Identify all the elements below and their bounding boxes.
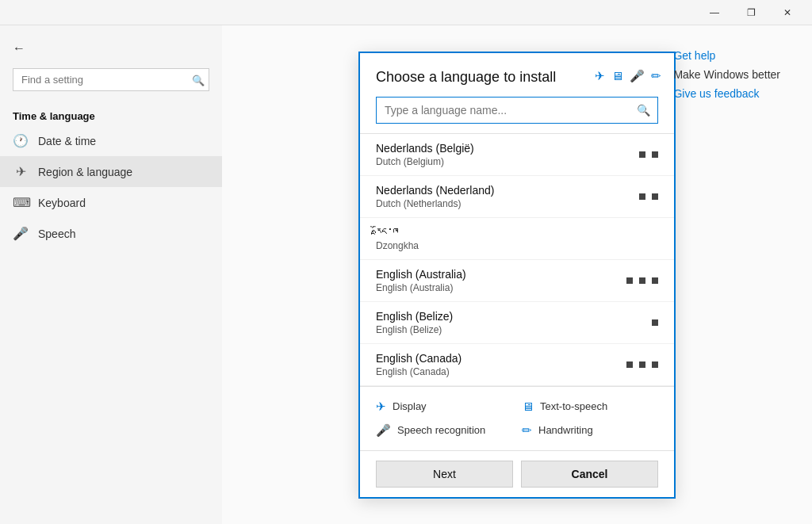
filter-speech-icon[interactable]: 🎤 [630, 69, 645, 83]
sidebar-item-label: Keyboard [38, 197, 86, 209]
search-input[interactable] [13, 68, 209, 91]
legend-tts-label: Text-to-speech [540, 400, 607, 412]
sidebar-item-label: Speech [38, 228, 75, 240]
legend-handwriting-label: Handwriting [538, 424, 593, 436]
lang-sub: Dzongkha [376, 240, 658, 251]
sidebar: ← 🔍 Time & language 🕐 Date & time ✈ Regi… [0, 25, 222, 524]
display-icon: ✈ [376, 400, 386, 414]
lang-sub: English (Australia) [376, 282, 626, 293]
dot-icon [652, 319, 658, 326]
lang-info: Nederlands (Nederland) Dutch (Netherland… [376, 184, 639, 209]
lang-name: Nederlands (Nederland) [376, 184, 639, 197]
legend-display: ✈ Display [376, 400, 512, 414]
lang-icons [639, 151, 658, 158]
back-icon: ← [13, 41, 25, 55]
lang-info: རྫོང་ཁ Dzongkha [376, 226, 658, 251]
get-help-link[interactable]: Get help [673, 49, 780, 62]
lang-name: English (Australia) [376, 268, 626, 281]
sidebar-item-label: Region & language [38, 166, 132, 178]
lang-name: Nederlands (België) [376, 142, 639, 155]
dialog-footer: Next Cancel [360, 450, 674, 497]
titlebar-controls: — ❐ ✕ [696, 0, 806, 25]
lang-name: English (Belize) [376, 310, 652, 323]
next-button[interactable]: Next [376, 461, 513, 488]
right-panel: Get help Make Windows better Give us fee… [673, 49, 780, 100]
sidebar-section-title: Time & language [0, 104, 222, 125]
tts-icon: 🖥 [522, 400, 534, 413]
dot-icon [639, 151, 645, 158]
sidebar-item-speech[interactable]: 🎤 Speech [0, 218, 222, 249]
sidebar-item-date-time[interactable]: 🕐 Date & time [0, 125, 222, 156]
date-time-icon: 🕐 [13, 133, 29, 148]
list-item[interactable]: Nederlands (Nederland) Dutch (Netherland… [360, 176, 674, 218]
filter-display-icon[interactable]: ✈ [595, 69, 605, 83]
main-layout: ← 🔍 Time & language 🕐 Date & time ✈ Regi… [0, 25, 812, 524]
filter-handwriting-icon[interactable]: ✏ [651, 69, 661, 83]
restore-button[interactable]: ❐ [733, 0, 769, 25]
legend-speech-label: Speech recognition [397, 424, 485, 436]
feature-legend: ✈ Display 🖥 Text-to-speech 🎤 Speech reco… [360, 386, 674, 450]
dot-icon [639, 361, 645, 368]
lang-info: Nederlands (België) Dutch (Belgium) [376, 142, 639, 167]
back-button[interactable]: ← [0, 35, 222, 62]
dot-icon [639, 193, 645, 200]
keyboard-icon: ⌨ [13, 195, 29, 210]
language-dialog: Choose a language to install 🔍 ✈ 🖥 🎤 ✏ [358, 52, 676, 499]
cancel-button[interactable]: Cancel [521, 461, 658, 488]
close-button[interactable]: ✕ [769, 0, 806, 25]
dot-icon [652, 277, 658, 284]
titlebar: — ❐ ✕ [0, 0, 812, 25]
sidebar-item-region-language[interactable]: ✈ Region & language [0, 156, 222, 187]
lang-icons [652, 319, 658, 326]
list-item[interactable]: English (Australia) English (Australia) [360, 260, 674, 302]
lang-sub: English (Belize) [376, 324, 652, 335]
dialog-header: Choose a language to install 🔍 ✈ 🖥 🎤 ✏ [360, 53, 674, 133]
list-item[interactable]: རྫོང་ཁ Dzongkha [360, 218, 674, 260]
dot-icon [652, 193, 658, 200]
lang-sub: Dutch (Belgium) [376, 156, 639, 167]
filter-tts-icon[interactable]: 🖥 [611, 69, 623, 83]
feedback-link[interactable]: Give us feedback [673, 87, 780, 100]
lang-icons [626, 277, 658, 284]
list-item[interactable]: English (Belize) English (Belize) [360, 302, 674, 344]
lang-icons [626, 361, 658, 368]
dot-icon [639, 277, 645, 284]
language-search-input[interactable] [376, 97, 658, 124]
sidebar-item-label: Date & time [38, 135, 96, 147]
feature-filter-icons: ✈ 🖥 🎤 ✏ [595, 69, 661, 83]
lang-info: English (Belize) English (Belize) [376, 310, 652, 335]
legend-handwriting: ✏ Handwriting [522, 423, 658, 438]
legend-speech: 🎤 Speech recognition [376, 423, 512, 438]
dialog-search-container: 🔍 [376, 97, 658, 124]
region-icon: ✈ [13, 164, 29, 179]
sidebar-item-keyboard[interactable]: ⌨ Keyboard [0, 187, 222, 218]
lang-sub: Dutch (Netherlands) [376, 198, 639, 209]
lang-sub: English (Canada) [376, 366, 626, 377]
content-area: Get help Make Windows better Give us fee… [222, 25, 812, 524]
sidebar-search-container: 🔍 [13, 68, 209, 91]
list-item[interactable]: Nederlands (België) Dutch (Belgium) [360, 134, 674, 176]
language-list: Nederlands (België) Dutch (Belgium) Nede… [360, 133, 674, 386]
search-icon: 🔍 [192, 74, 205, 86]
make-windows-label: Make Windows better [673, 68, 780, 81]
lang-name: English (Canada) [376, 352, 626, 365]
lang-name: རྫོང་ཁ [376, 226, 658, 239]
minimize-button[interactable]: — [696, 0, 733, 25]
legend-tts: 🖥 Text-to-speech [522, 400, 658, 414]
dot-icon [652, 151, 658, 158]
speech-recog-icon: 🎤 [376, 423, 391, 438]
dot-icon [626, 277, 633, 284]
lang-info: English (Canada) English (Canada) [376, 352, 626, 377]
dot-icon [652, 361, 658, 368]
dialog-search-icon: 🔍 [637, 104, 650, 117]
speech-icon: 🎤 [13, 226, 29, 241]
list-item[interactable]: English (Canada) English (Canada) [360, 344, 674, 386]
handwriting-icon: ✏ [522, 423, 532, 438]
lang-icons [639, 193, 658, 200]
legend-display-label: Display [393, 400, 427, 412]
dot-icon [626, 361, 633, 368]
lang-info: English (Australia) English (Australia) [376, 268, 626, 293]
